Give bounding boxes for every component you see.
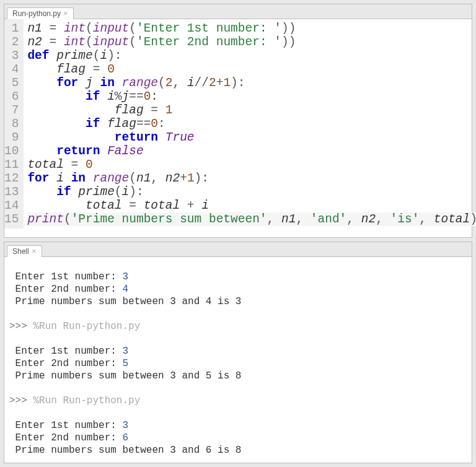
code-token-op: , [376, 212, 390, 226]
line-number: 10 [4, 144, 19, 158]
code-token-op [71, 185, 79, 199]
shell-blank [9, 308, 467, 320]
code-token-op: ): [231, 76, 245, 90]
close-icon[interactable]: ✕ [32, 248, 37, 255]
line-number: 1 [4, 22, 19, 35]
code-token-op: % [115, 90, 122, 103]
code-token-str: 'Enter 1st number: ' [136, 22, 281, 35]
code-token-name: flag [107, 117, 136, 131]
code-token-op: + [180, 172, 187, 185]
code-line[interactable]: print('Prime numbers sum between', n1, '… [27, 212, 476, 226]
code-token-op [27, 185, 56, 199]
code-line[interactable]: return True [27, 131, 476, 144]
code-token-op: + [216, 76, 224, 90]
code-line[interactable]: if flag==0: [27, 117, 476, 131]
code-token-str: 'Enter 2nd number: ' [136, 35, 281, 49]
code-token-op [50, 172, 57, 185]
code-token-kw: return [115, 131, 158, 144]
code-token-name: total [86, 199, 122, 212]
code-token-op [93, 76, 100, 90]
code-token-kw: def [27, 49, 49, 63]
code-line[interactable]: n1 = int(input('Enter 1st number: ')) [27, 22, 476, 35]
code-area[interactable]: n1 = int(input('Enter 1st number: '))n2 … [24, 19, 476, 229]
code-line[interactable]: return False [27, 144, 476, 158]
shell-tab[interactable]: Shell ✕ [7, 245, 42, 257]
code-token-kw: in [71, 172, 86, 185]
code-token-name: total [434, 212, 470, 226]
code-token-name: n2 [27, 35, 42, 49]
code-token-val: True [165, 131, 195, 144]
line-number: 13 [4, 185, 19, 199]
code-token-kw: in [100, 76, 114, 90]
line-number-gutter: 123456789101112131415 [4, 19, 24, 229]
code-token-op: ( [64, 212, 71, 226]
code-token-kw: if [86, 117, 100, 131]
code-line[interactable]: flag = 1 [27, 103, 476, 117]
code-token-name: j [86, 76, 93, 90]
code-token-op: ( [93, 49, 100, 63]
code-line[interactable]: def prime(i): [27, 49, 476, 63]
code-token-op [27, 131, 114, 144]
code-token-op: , [172, 76, 187, 90]
code-token-name: total [27, 158, 64, 172]
code-line[interactable]: for i in range(n1, n2+1): [27, 172, 476, 185]
code-token-op [100, 90, 107, 103]
code-token-op: == [129, 90, 143, 103]
code-token-op: , [346, 212, 361, 226]
code-token-op: ) [470, 212, 476, 226]
code-token-name: i [122, 185, 130, 199]
code-token-name: i [201, 199, 209, 212]
code-token-num: 1 [187, 172, 195, 185]
shell-output[interactable]: Enter 1st number: 3 Enter 2nd number: 4 … [4, 257, 472, 467]
code-token-name: j [122, 90, 130, 103]
code-token-kw: return [56, 144, 100, 158]
code-token-num: 0 [151, 117, 158, 131]
code-token-name: i [100, 49, 107, 63]
code-token-op: ( [129, 35, 136, 49]
editor-body[interactable]: 123456789101112131415 n1 = int(input('En… [4, 19, 472, 229]
code-token-num: 0 [107, 63, 115, 76]
code-token-op: = [86, 63, 107, 76]
code-token-op: )) [281, 22, 296, 35]
code-line[interactable]: total = total + i [27, 199, 476, 212]
code-token-fn: int [64, 35, 86, 49]
shell-output-line: Prime numbers sum between 3 and 4 is 3 [9, 295, 467, 308]
code-token-fn: input [93, 35, 130, 49]
code-token-kw: for [27, 172, 49, 185]
code-token-name: n1 [281, 212, 296, 226]
code-token-op: = [64, 158, 86, 172]
shell-blank [9, 456, 467, 467]
code-token-str: 'and' [311, 212, 347, 226]
code-token-num: 0 [144, 90, 151, 103]
code-token-op [27, 144, 56, 158]
shell-blank [9, 407, 467, 419]
code-token-op: = [144, 103, 165, 117]
line-number: 9 [4, 131, 19, 144]
code-token-op: , [151, 172, 165, 185]
code-token-name: i [187, 76, 195, 90]
code-line[interactable]: total = 0 [27, 158, 476, 172]
code-line[interactable]: for j in range(2, i//2+1): [27, 76, 476, 90]
close-icon[interactable]: ✕ [63, 11, 68, 17]
code-token-num: 1 [165, 103, 173, 117]
code-token-name: prime [78, 185, 115, 199]
code-line[interactable]: if prime(i): [27, 185, 476, 199]
code-token-name: total [144, 199, 180, 212]
code-token-op: + [180, 199, 201, 212]
code-token-name: n2 [165, 172, 180, 185]
code-token-op [86, 172, 93, 185]
code-token-op: ( [129, 22, 136, 35]
code-line[interactable]: n2 = int(input('Enter 2nd number: ')) [27, 35, 476, 49]
shell-input-line: Enter 2nd number: 6 [9, 432, 467, 444]
editor-tab-label: Run-python.py [12, 9, 61, 18]
shell-output-line: Prime numbers sum between 3 and 5 is 8 [9, 370, 467, 382]
code-token-op: , [296, 212, 310, 226]
line-number: 4 [4, 63, 19, 76]
editor-tab[interactable]: Run-python.py ✕ [7, 7, 74, 19]
code-token-kw: for [56, 76, 78, 90]
code-line[interactable]: flag = 0 [27, 63, 476, 76]
code-token-op: ): [129, 185, 143, 199]
shell-blank [9, 382, 467, 395]
code-line[interactable]: if i%j==0: [27, 90, 476, 103]
line-number: 6 [4, 90, 19, 103]
